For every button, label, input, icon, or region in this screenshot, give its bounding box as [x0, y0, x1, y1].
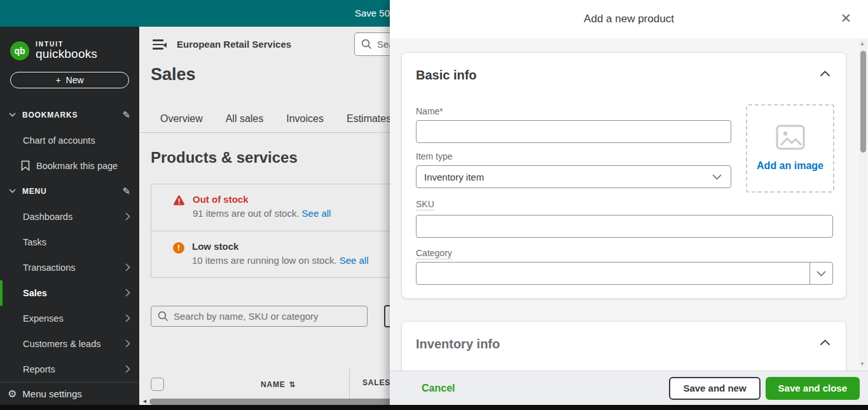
- chevron-right-icon: [125, 365, 130, 373]
- basic-info-card: Basic info Name* Item type Inventory ite…: [401, 52, 846, 299]
- inventory-info-title: Inventory info: [416, 337, 500, 352]
- item-type-value: Inventory item: [424, 172, 484, 182]
- chevron-down-icon: [9, 113, 16, 117]
- menu-section-header[interactable]: MENU ✎: [0, 179, 139, 204]
- sidebar-item-label: Dashboards: [23, 212, 72, 222]
- quickbooks-logo: qb INTUIT quickbooks: [0, 27, 139, 65]
- sidebar-item-customers-leads[interactable]: Customers & leads: [0, 331, 139, 357]
- add-image-dropzone[interactable]: Add an image: [746, 104, 834, 193]
- page-title: Sales: [151, 65, 196, 85]
- name-label: Name*: [416, 106, 443, 116]
- scroll-down-icon[interactable]: ▼: [860, 361, 865, 367]
- modal-footer: Cancel Save and new Save and close: [390, 371, 868, 405]
- item-type-select[interactable]: Inventory item: [416, 165, 731, 188]
- alert-title: Out of stock: [193, 194, 331, 205]
- products-search-box[interactable]: [151, 306, 368, 327]
- column-header-name[interactable]: NAME⇅: [261, 380, 296, 389]
- category-combo: [416, 262, 833, 285]
- modal-header: Add a new product ✕: [390, 0, 868, 38]
- modal-scrollbar-track[interactable]: ▲ ▼: [859, 39, 867, 368]
- add-image-label: Add an image: [747, 160, 833, 172]
- name-input[interactable]: [416, 120, 731, 143]
- chevron-right-icon: [125, 212, 130, 221]
- sidebar-item-label: Transactions: [23, 263, 75, 273]
- hscroll-left-arrow-icon[interactable]: ◄: [142, 398, 148, 404]
- sidebar-item-reports[interactable]: Reports: [0, 357, 139, 382]
- sidebar-item-label: Bookmark this page: [36, 161, 118, 171]
- collapse-section-icon[interactable]: [820, 71, 830, 77]
- sidebar-item-label: Chart of accounts: [23, 135, 95, 146]
- company-name: European Retail Services: [177, 35, 291, 54]
- sidebar-item-dashboards[interactable]: Dashboards: [0, 204, 139, 229]
- item-type-label: Item type: [416, 151, 453, 161]
- sidebar-item-bookmark-this-page[interactable]: Bookmark this page: [0, 153, 139, 179]
- sidebar-item-transactions[interactable]: Transactions: [0, 255, 139, 280]
- alert-title: Low stock: [192, 241, 369, 252]
- search-icon: [158, 311, 169, 322]
- cancel-button[interactable]: Cancel: [422, 383, 455, 394]
- sku-input[interactable]: [416, 215, 833, 238]
- sidebar-item-sales[interactable]: Sales: [0, 280, 139, 306]
- search-icon: [361, 39, 372, 50]
- gear-icon: ⚙: [8, 388, 17, 400]
- modal-scrollbar-thumb[interactable]: [860, 51, 866, 153]
- bookmark-icon: [21, 160, 30, 171]
- alert-message: 10 items are running low on stock.: [192, 255, 337, 266]
- sidebar-item-label: Customers & leads: [23, 339, 101, 349]
- products-search-input[interactable]: [174, 311, 352, 322]
- see-all-link[interactable]: See all: [302, 208, 331, 219]
- sidebar-item-label: Reports: [23, 364, 55, 374]
- menu-settings-button[interactable]: ⚙ Menu settings: [0, 383, 139, 405]
- bookmarks-section-header[interactable]: BOOKMARKS ✎: [0, 102, 139, 128]
- plus-icon: +: [55, 75, 60, 85]
- save-and-new-button[interactable]: Save and new: [669, 377, 760, 400]
- collapse-sidebar-icon[interactable]: [153, 39, 167, 50]
- basic-info-title: Basic info: [416, 68, 477, 83]
- sort-icon: ⇅: [289, 380, 296, 389]
- tab-invoices[interactable]: Invoices: [286, 113, 324, 125]
- category-label: Category: [416, 248, 452, 259]
- bottom-edge-strip: [0, 405, 868, 410]
- chevron-right-icon: [125, 314, 130, 322]
- sidebar-item-label: Sales: [23, 288, 47, 298]
- chevron-down-icon: [9, 189, 16, 193]
- qb-logo-icon: qb: [10, 41, 29, 60]
- tab-all-sales[interactable]: All sales: [226, 113, 264, 125]
- add-product-modal: Add a new product ✕ Basic info Name* Ite…: [390, 0, 868, 410]
- alert-message: 91 items are out of stock.: [193, 208, 300, 219]
- see-all-link[interactable]: See all: [340, 255, 369, 266]
- chevron-right-icon: [125, 339, 130, 348]
- save-and-close-button[interactable]: Save and close: [766, 377, 860, 400]
- tab-overview[interactable]: Overview: [160, 113, 203, 125]
- chevron-down-icon: [712, 174, 722, 180]
- sidebar-item-label: Expenses: [23, 313, 64, 324]
- chevron-down-icon[interactable]: [809, 263, 832, 284]
- image-icon: [776, 125, 805, 150]
- warning-triangle-icon: [173, 195, 185, 206]
- warning-circle-icon: !: [173, 242, 184, 254]
- edit-bookmarks-icon[interactable]: ✎: [122, 109, 130, 121]
- sidebar-nav: BOOKMARKS ✎ Chart of accounts Bookmark t…: [0, 102, 139, 382]
- category-input[interactable]: [417, 263, 809, 284]
- edit-menu-icon[interactable]: ✎: [122, 186, 130, 197]
- sidebar-item-expenses[interactable]: Expenses: [0, 306, 139, 331]
- chevron-right-icon: [125, 289, 130, 297]
- menu-header-label: MENU: [22, 187, 47, 196]
- section-title: Products & services: [151, 149, 298, 167]
- sidebar-item-label: Tasks: [23, 237, 46, 247]
- brand-quickbooks: quickbooks: [36, 48, 97, 60]
- menu-settings-label: Menu settings: [22, 388, 81, 399]
- new-button[interactable]: + New: [10, 72, 129, 88]
- select-all-checkbox[interactable]: [151, 378, 164, 391]
- brand-wordmark: INTUIT quickbooks: [36, 41, 97, 60]
- modal-title: Add a new product: [390, 0, 868, 38]
- tab-estimates[interactable]: Estimates: [347, 113, 391, 125]
- sidebar-item-chart-of-accounts[interactable]: Chart of accounts: [0, 128, 139, 153]
- sidebar: qb INTUIT quickbooks + New BOOKMARKS ✎ C…: [0, 27, 139, 405]
- collapse-section-icon[interactable]: [820, 339, 830, 346]
- scroll-up-icon[interactable]: ▲: [860, 41, 865, 46]
- close-icon[interactable]: ✕: [840, 11, 851, 26]
- sku-label: SKU: [416, 199, 434, 210]
- bookmarks-header-label: BOOKMARKS: [22, 111, 78, 120]
- sidebar-item-tasks[interactable]: Tasks: [0, 229, 139, 255]
